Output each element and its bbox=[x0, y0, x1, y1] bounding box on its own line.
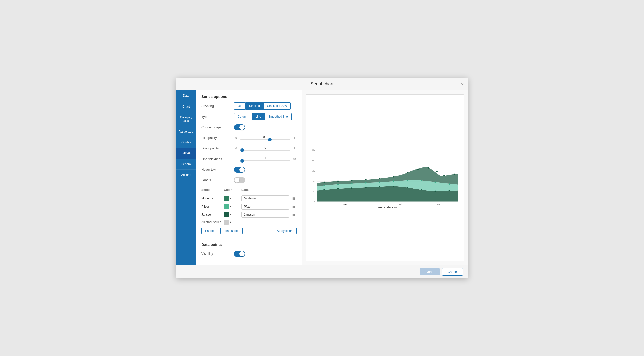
color-dropdown-janssen[interactable]: ▾ bbox=[230, 213, 231, 216]
data-points-title: Data points bbox=[201, 242, 297, 247]
line-opacity-slider-container: 0 bbox=[240, 146, 290, 151]
add-series-button[interactable]: + series bbox=[201, 228, 218, 234]
load-series-button[interactable]: Load series bbox=[220, 228, 243, 234]
cancel-button[interactable]: Cancel bbox=[442, 268, 463, 276]
line-thickness-row: Line thickness 1 1 10 bbox=[201, 156, 297, 163]
series-row-moderna: Moderna ▾ 🗑 bbox=[201, 195, 297, 201]
x-label-feb: Feb bbox=[399, 204, 403, 206]
sidebar-item-chart[interactable]: Chart bbox=[176, 101, 196, 112]
dot-janssen-7 bbox=[407, 187, 408, 189]
line-opacity-min: 0 bbox=[234, 147, 238, 150]
type-line-button[interactable]: Line bbox=[252, 113, 265, 120]
dot-pfizer-10 bbox=[449, 183, 450, 185]
dot-janssen-1 bbox=[323, 189, 325, 190]
line-opacity-slider[interactable] bbox=[240, 150, 290, 151]
modal-header: Serial chart × bbox=[176, 78, 468, 90]
visibility-toggle[interactable] bbox=[234, 251, 245, 257]
line-opacity-control: 0 0 1 bbox=[234, 146, 297, 151]
y-label-20m: 20M bbox=[312, 160, 315, 162]
dot-pfizer-1 bbox=[323, 185, 325, 186]
sidebar-item-general[interactable]: General bbox=[176, 159, 196, 170]
labels-row: Labels bbox=[201, 177, 297, 184]
hover-text-toggle[interactable] bbox=[234, 167, 245, 173]
series-label-input-moderna[interactable] bbox=[242, 195, 289, 201]
series-label-input-janssen[interactable] bbox=[242, 212, 289, 218]
chart-container: 25M 20M 15M 10M 5M 0 bbox=[306, 94, 464, 261]
connect-gaps-row: Connect gaps bbox=[201, 124, 297, 131]
sidebar-item-value-axis[interactable]: Value axis bbox=[176, 126, 196, 137]
stacking-btn-group: Off Stacked Stacked 100% bbox=[234, 102, 291, 110]
dot-moderna-2 bbox=[337, 181, 339, 182]
dot-moderna-6 bbox=[393, 176, 394, 178]
color-swatch-moderna[interactable] bbox=[224, 196, 229, 201]
stacking-stacked-button[interactable]: Stacked bbox=[246, 102, 264, 110]
series-color-moderna: ▾ bbox=[224, 196, 242, 201]
line-thickness-slider[interactable] bbox=[240, 160, 290, 161]
series-delete-janssen[interactable]: 🗑 bbox=[291, 212, 297, 218]
series-label-input-pfizer[interactable] bbox=[242, 204, 289, 210]
sidebar-item-series[interactable]: Series bbox=[176, 148, 196, 159]
apply-colors-button[interactable]: Apply colors bbox=[274, 228, 297, 234]
labels-control bbox=[234, 177, 297, 183]
color-swatch-all-other[interactable] bbox=[224, 220, 229, 225]
stacking-off-button[interactable]: Off bbox=[234, 102, 246, 110]
labels-label: Labels bbox=[201, 178, 234, 182]
dot-moderna-4 bbox=[365, 179, 367, 181]
color-dropdown-all-other[interactable]: ▾ bbox=[230, 221, 231, 223]
sidebar-item-guides[interactable]: Guides bbox=[176, 137, 196, 148]
dot-pfizer-9 bbox=[435, 182, 436, 183]
fill-opacity-slider-row: 0 0.6 1 bbox=[234, 136, 297, 140]
labels-toggle[interactable] bbox=[234, 177, 245, 183]
stacking-control: Off Stacked Stacked 100% bbox=[234, 102, 297, 110]
line-opacity-label: Line opacity bbox=[201, 146, 234, 150]
dot-pfizer-4 bbox=[365, 182, 367, 184]
color-dropdown-moderna[interactable]: ▾ bbox=[230, 197, 231, 200]
series-delete-moderna[interactable]: 🗑 bbox=[291, 195, 297, 201]
sidebar-item-data[interactable]: Data bbox=[176, 90, 196, 101]
x-axis-title: Week of Allocation bbox=[378, 206, 397, 209]
color-dropdown-pfizer[interactable]: ▾ bbox=[230, 205, 231, 208]
dot-janssen-5 bbox=[379, 186, 381, 188]
dot-pfizer-2 bbox=[337, 184, 339, 185]
color-swatch-janssen[interactable] bbox=[224, 212, 229, 217]
all-other-series-row: All other series ▾ bbox=[201, 220, 297, 225]
left-panel: Series options Stacking Off Stacked Stac… bbox=[196, 90, 302, 265]
series-row-pfizer: Pfizer ▾ 🗑 bbox=[201, 204, 297, 210]
sidebar-item-actions[interactable]: Actions bbox=[176, 170, 196, 180]
all-other-label: All other series bbox=[201, 220, 224, 224]
x-label-2021: 2021 bbox=[343, 204, 347, 206]
stacking-row: Stacking Off Stacked Stacked 100% bbox=[201, 102, 297, 110]
dot-moderna-8 bbox=[436, 171, 438, 173]
stacking-stacked100-button[interactable]: Stacked 100% bbox=[264, 102, 290, 110]
connect-gaps-toggle[interactable] bbox=[234, 124, 245, 130]
type-column-button[interactable]: Column bbox=[234, 113, 252, 120]
y-label-10m: 10M bbox=[312, 180, 315, 183]
visibility-label: Visibility bbox=[201, 252, 234, 256]
y-label-5m: 5M bbox=[313, 191, 315, 193]
modal-body: Data Chart Category axis Value axis Guid… bbox=[176, 90, 468, 265]
fill-opacity-slider[interactable] bbox=[240, 139, 290, 140]
col-color-header: Color bbox=[224, 188, 242, 192]
done-button[interactable]: Done bbox=[420, 268, 439, 275]
y-label-15m: 15M bbox=[312, 170, 315, 172]
series-name-pfizer: Pfizer bbox=[201, 205, 224, 208]
series-color-janssen: ▾ bbox=[224, 212, 242, 217]
close-button[interactable]: × bbox=[461, 82, 464, 87]
series-color-pfizer: ▾ bbox=[224, 204, 242, 209]
dot-moderna-peak bbox=[417, 169, 419, 170]
visibility-control bbox=[234, 251, 297, 257]
type-label: Type bbox=[201, 115, 234, 119]
dot-pfizer-6 bbox=[393, 181, 394, 182]
series-table: Series Color Label Moderna ▾ 🗑 bbox=[201, 187, 297, 234]
series-delete-pfizer[interactable]: 🗑 bbox=[291, 204, 297, 210]
type-smoothed-button[interactable]: Smoothed line bbox=[265, 113, 292, 120]
y-label-25m: 25M bbox=[312, 149, 315, 151]
color-swatch-pfizer[interactable] bbox=[224, 204, 229, 209]
sidebar-item-category-axis[interactable]: Category axis bbox=[176, 112, 196, 126]
series-row-janssen: Janssen ▾ 🗑 bbox=[201, 212, 297, 218]
fill-opacity-label: Fill opacity bbox=[201, 136, 234, 140]
x-label-mar: Mar bbox=[437, 204, 440, 206]
visibility-row: Visibility bbox=[201, 250, 297, 257]
series-table-header: Series Color Label bbox=[201, 187, 297, 194]
dot-moderna-3 bbox=[351, 180, 353, 181]
